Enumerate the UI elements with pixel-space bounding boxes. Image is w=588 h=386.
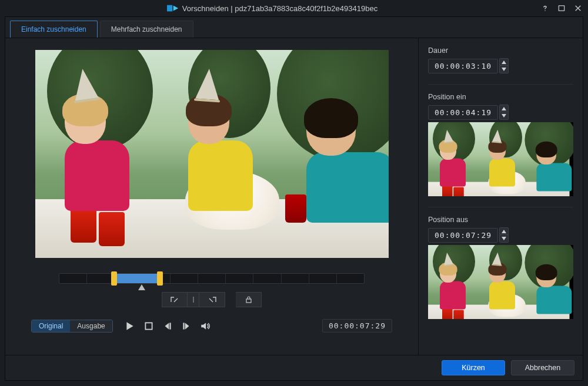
left-panel: Original Ausgabe 00:00:07:29 [5,38,418,355]
position-out-up[interactable] [499,227,509,235]
position-in-field[interactable]: 00:00:04:19 [428,105,498,120]
cancel-button[interactable]: Abbrechen [511,360,574,375]
close-icon[interactable] [574,4,582,12]
timeline[interactable] [59,273,365,284]
next-frame-icon[interactable] [181,321,192,331]
toggle-original[interactable]: Original [31,320,71,333]
duration-field[interactable]: 00:00:03:10 [428,59,498,73]
position-in-thumbnail [428,122,573,196]
svg-rect-4 [169,323,171,329]
tab-simple-trim[interactable]: Einfach zuschneiden [10,21,98,38]
svg-rect-5 [183,323,184,329]
lock-button[interactable] [236,292,262,307]
preview-mode-toggle: Original Ausgabe [31,320,113,333]
split-divider [188,292,199,307]
playhead[interactable] [138,284,145,290]
playback-timecode[interactable]: 00:00:07:29 [322,319,392,333]
window-title: Vorschneiden | pdz71ab3a7883ca8c40f2f1b2… [182,4,377,13]
position-out-field[interactable]: 00:00:07:29 [428,228,498,243]
duration-up[interactable] [499,58,509,66]
app-logo-icon [167,4,179,12]
play-icon[interactable] [125,321,135,331]
mark-out-button[interactable] [199,292,225,307]
stop-icon[interactable] [143,321,154,331]
svg-rect-0 [167,5,172,12]
position-in-down[interactable] [499,112,509,120]
trim-handle-in[interactable] [111,271,117,286]
window-body: Einfach zuschneiden Mehrfach zuschneiden [5,16,583,381]
svg-rect-2 [246,299,251,303]
help-icon[interactable] [541,4,549,12]
svg-rect-1 [559,6,564,11]
footer: Kürzen Abbrechen [5,355,583,380]
trim-range[interactable] [114,274,160,283]
trim-handle-out[interactable] [157,271,163,286]
position-in-up[interactable] [499,105,509,112]
tab-row: Einfach zuschneiden Mehrfach zuschneiden [5,17,583,38]
right-panel: Dauer 00:00:03:10 Position ein 00:00:04:… [418,38,583,355]
position-in-label: Position ein [428,93,573,101]
duration-label: Dauer [428,46,573,55]
toggle-output[interactable]: Ausgabe [70,320,112,332]
titlebar: Vorschneiden | pdz71ab3a7883ca8c40f2f1b2… [0,0,588,16]
prev-frame-icon[interactable] [162,321,173,331]
position-out-thumbnail [428,245,573,319]
maximize-icon[interactable] [557,4,566,12]
position-out-down[interactable] [499,235,509,243]
tab-multi-trim[interactable]: Mehrfach zuschneiden [100,21,193,38]
video-preview[interactable] [35,50,389,258]
trim-button[interactable]: Kürzen [442,360,505,375]
position-out-label: Position aus [428,216,573,224]
volume-icon[interactable] [200,321,211,331]
svg-rect-3 [145,323,152,329]
duration-down[interactable] [499,66,509,73]
mark-in-button[interactable] [162,292,188,307]
